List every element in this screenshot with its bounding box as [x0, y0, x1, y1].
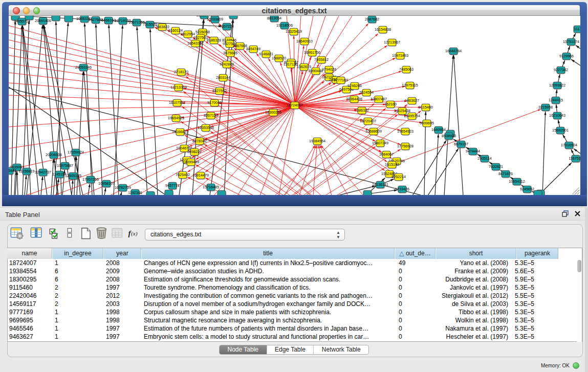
svg-text:9327503: 9327503: [193, 35, 208, 40]
svg-text:9252214: 9252214: [391, 174, 406, 179]
svg-text:19654925: 19654925: [168, 116, 184, 120]
svg-text:9115460: 9115460: [419, 105, 432, 110]
svg-text:16782759: 16782759: [115, 185, 131, 190]
svg-text:16914479: 16914479: [192, 173, 209, 178]
svg-text:20691406: 20691406: [35, 18, 51, 23]
svg-text:7955812: 7955812: [314, 57, 329, 62]
svg-text:3084067: 3084067: [379, 152, 394, 157]
svg-text:9699695: 9699695: [420, 121, 434, 125]
svg-text:2935114: 2935114: [477, 156, 491, 161]
svg-text:2087682: 2087682: [365, 17, 379, 21]
svg-text:14099489: 14099489: [183, 160, 199, 164]
svg-text:1317136: 1317136: [284, 62, 298, 67]
svg-text:20206536: 20206536: [46, 152, 62, 157]
svg-text:18640910: 18640910: [296, 39, 313, 43]
svg-text:9129966: 9129966: [559, 54, 574, 58]
svg-text:8813054: 8813054: [267, 16, 281, 20]
svg-text:16107552: 16107552: [169, 100, 185, 105]
svg-text:9457771: 9457771: [165, 183, 180, 188]
svg-text:8912954: 8912954: [181, 32, 195, 36]
svg-text:8454749: 8454749: [246, 47, 260, 51]
svg-text:18724007: 18724007: [287, 103, 303, 107]
svg-text:1244415: 1244415: [549, 98, 563, 102]
svg-text:10973493: 10973493: [392, 53, 408, 58]
svg-text:19218506: 19218506: [276, 23, 293, 28]
svg-text:8267150: 8267150: [204, 113, 218, 118]
svg-text:1167533: 1167533: [569, 156, 580, 161]
svg-text:19654923: 19654923: [397, 129, 413, 134]
svg-text:9474444: 9474444: [466, 149, 480, 154]
svg-text:5226058: 5226058: [195, 30, 210, 34]
svg-text:15495754: 15495754: [404, 114, 420, 118]
svg-text:19384554: 19384554: [309, 139, 325, 143]
svg-text:8186328: 8186328: [207, 38, 221, 42]
svg-text:1615192: 1615192: [385, 162, 399, 167]
svg-text:15807249: 15807249: [372, 141, 388, 145]
svg-text:8938923: 8938923: [442, 134, 456, 138]
svg-text:8471676: 8471676: [498, 171, 513, 176]
svg-text:20364436: 20364436: [346, 97, 362, 101]
svg-text:2867608: 2867608: [233, 43, 247, 48]
svg-text:3624554: 3624554: [359, 90, 374, 95]
svg-text:7357224: 7357224: [220, 24, 234, 29]
svg-text:9242848: 9242848: [220, 62, 234, 67]
svg-text:1733426: 1733426: [395, 187, 409, 191]
svg-text:9777169: 9777169: [334, 78, 348, 82]
svg-text:15692901: 15692901: [552, 128, 569, 133]
svg-text:2803144: 2803144: [216, 75, 230, 80]
svg-text:14136141: 14136141: [372, 182, 388, 187]
svg-text:12353594: 12353594: [198, 125, 214, 130]
svg-text:16210643: 16210643: [549, 113, 565, 118]
svg-text:19166827: 19166827: [172, 129, 188, 134]
svg-text:11156819: 11156819: [19, 169, 35, 173]
svg-text:12505135: 12505135: [65, 173, 81, 178]
svg-text:1527602: 1527602: [89, 17, 103, 22]
svg-text:9245652: 9245652: [520, 187, 534, 191]
svg-text:10807487: 10807487: [371, 97, 387, 101]
svg-text:9227342: 9227342: [554, 68, 568, 72]
svg-text:(x): (x): [131, 230, 138, 237]
svg-text:7632621: 7632621: [489, 164, 503, 169]
svg-text:9746266: 9746266: [347, 83, 362, 88]
svg-text:12975115: 12975115: [402, 83, 418, 87]
svg-text:15751074: 15751074: [563, 39, 579, 44]
svg-text:18300295: 18300295: [265, 110, 281, 115]
svg-text:7386322: 7386322: [355, 108, 369, 113]
svg-text:3498222: 3498222: [187, 149, 202, 154]
svg-text:8427552: 8427552: [212, 89, 227, 93]
svg-text:12093822: 12093822: [549, 83, 565, 87]
svg-text:13325419: 13325419: [286, 29, 302, 34]
svg-text:12942737: 12942737: [35, 170, 51, 174]
svg-text:1640954: 1640954: [431, 127, 446, 132]
svg-text:9463627: 9463627: [405, 98, 419, 103]
svg-text:3215958: 3215958: [538, 105, 553, 110]
svg-text:1117: 1117: [574, 27, 580, 31]
svg-text:12213967: 12213967: [384, 40, 400, 45]
svg-text:9794028: 9794028: [322, 67, 336, 72]
svg-text:10654112: 10654112: [509, 179, 525, 184]
svg-text:1145194: 1145194: [52, 172, 66, 177]
svg-text:7625402: 7625402: [176, 172, 190, 177]
svg-text:29053346: 29053346: [75, 65, 92, 70]
svg-text:8990448: 8990448: [309, 69, 323, 73]
svg-text:1192346: 1192346: [128, 190, 142, 195]
svg-text:3675685: 3675685: [223, 51, 237, 55]
svg-text:7485063: 7485063: [399, 67, 413, 72]
svg-text:9170046: 9170046: [207, 100, 222, 105]
svg-text:16154838: 16154838: [375, 27, 391, 32]
svg-text:8878342: 8878342: [192, 139, 207, 143]
svg-text:6679197: 6679197: [454, 142, 468, 146]
svg-text:16961756: 16961756: [304, 50, 320, 55]
svg-text:2718170: 2718170: [174, 70, 188, 74]
svg-text:17359924: 17359924: [68, 150, 84, 155]
svg-text:16033809: 16033809: [207, 17, 223, 21]
svg-text:10688609: 10688609: [365, 129, 382, 134]
svg-text:10975887: 10975887: [57, 163, 73, 168]
svg-text:16648784: 16648784: [445, 49, 462, 53]
svg-text:16543382: 16543382: [187, 41, 204, 46]
svg-text:17756928: 17756928: [397, 144, 413, 148]
svg-text:6466160: 6466160: [101, 18, 116, 23]
svg-text:9146821: 9146821: [259, 52, 273, 56]
svg-text:15716485: 15716485: [203, 185, 219, 189]
svg-text:17016504: 17016504: [561, 143, 577, 147]
